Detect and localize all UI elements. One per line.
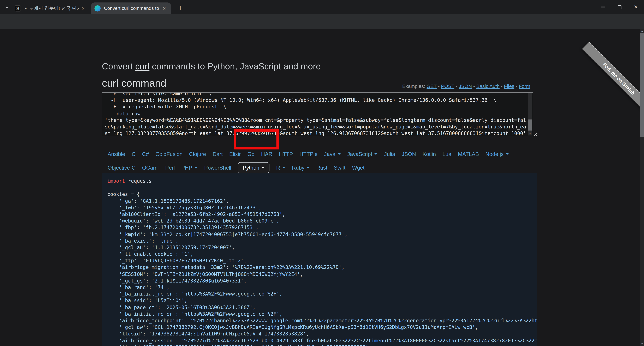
- tab-close-icon[interactable]: ×: [161, 5, 168, 11]
- window-scrollbar[interactable]: ▲ ▼: [640, 29, 644, 346]
- lang-http[interactable]: HTTP: [279, 151, 293, 157]
- minimize-button[interactable]: [595, 0, 611, 14]
- github-fork-ribbon[interactable]: Fork me on GitHub: [582, 42, 640, 116]
- lang-rust[interactable]: Rust: [316, 164, 327, 171]
- lang-label: Objective-C: [108, 164, 136, 171]
- python-plain: :: [146, 324, 152, 330]
- lang-javascript[interactable]: JavaScript: [347, 151, 378, 157]
- python-string: '_ga': [119, 198, 134, 204]
- code-line: '_ga': 'GA1.1.1898170485.1721467162',: [107, 198, 537, 204]
- lang-har[interactable]: HAR: [261, 151, 272, 157]
- lang-ocaml[interactable]: OCaml: [142, 164, 159, 171]
- maximize-button[interactable]: [611, 0, 628, 14]
- lang-objective-c[interactable]: Objective-C: [108, 164, 136, 171]
- python-string: 'true': [158, 238, 176, 244]
- new-tab-button[interactable]: +: [175, 3, 186, 13]
- lang-label: Ansible: [108, 151, 125, 157]
- lang-ruby[interactable]: Ruby: [292, 164, 310, 171]
- examples-separator: -: [436, 83, 441, 89]
- python-string: '195vSxmVLZT7agyK3IgJ80Z.1721467162473': [143, 205, 258, 211]
- lang-perl[interactable]: Perl: [165, 164, 175, 171]
- python-string: 'fb.2.1747204006732.35139143579267153': [143, 225, 256, 230]
- scroll-up-arrow-icon[interactable]: ▲: [640, 29, 644, 33]
- python-string: '_fbp': [119, 225, 137, 230]
- lang-powershell[interactable]: PowerShell: [204, 164, 231, 171]
- scroll-down-arrow-icon[interactable]: ▼: [528, 131, 532, 135]
- python-plain: :: [176, 311, 182, 317]
- page-content: Convert curl commands to Python, JavaScr…: [0, 29, 640, 346]
- close-button[interactable]: ✕: [628, 0, 644, 14]
- python-plain: [107, 258, 119, 264]
- curl-link[interactable]: curl: [135, 62, 150, 71]
- textarea-resize-grip[interactable]: [533, 131, 537, 136]
- lang-julia[interactable]: Julia: [384, 151, 395, 157]
- lang-go[interactable]: Go: [247, 151, 254, 157]
- lang-python[interactable]: Python: [238, 162, 270, 173]
- lang-swift[interactable]: Swift: [334, 164, 346, 171]
- python-plain: ,: [368, 344, 371, 346]
- example-link-basic-auth[interactable]: Basic Auth: [476, 83, 500, 89]
- examples-separator: -: [472, 83, 476, 89]
- lang-httpie[interactable]: HTTPie: [300, 151, 318, 157]
- textarea-scrollbar-thumb[interactable]: [528, 119, 532, 130]
- tab-title: 지도에서 한눈에! 전국 단기임...: [24, 5, 80, 11]
- example-link-post[interactable]: POST: [441, 83, 454, 89]
- python-string: '%7B%22version%22%3A%221.10.69%22%7D': [232, 265, 342, 270]
- lang-java[interactable]: Java: [324, 151, 341, 157]
- tab-search-button[interactable]: [3, 4, 11, 11]
- curl-command-heading: curl command: [102, 77, 166, 89]
- curl-input-textarea[interactable]: -H 'sec-fetch-site: same-origin' \ -H 'u…: [102, 92, 533, 136]
- python-plain: :: [143, 231, 149, 237]
- window-scrollbar-thumb[interactable]: [640, 33, 644, 137]
- python-plain: ,: [232, 245, 235, 250]
- python-string: '_gcl_aw': [119, 324, 146, 330]
- python-string: '_ba_initial_refer': [119, 291, 176, 297]
- textarea-scrollbar[interactable]: ▲ ▼: [528, 93, 532, 135]
- python-plain: [107, 265, 119, 270]
- lang-lua[interactable]: Lua: [442, 151, 452, 157]
- lang-json[interactable]: JSON: [402, 151, 416, 157]
- lang-kotlin[interactable]: Kotlin: [422, 151, 436, 157]
- python-string: '1': [181, 251, 190, 257]
- lang-php[interactable]: PHP: [181, 164, 198, 171]
- python-plain: ,: [282, 211, 285, 217]
- lang-label: Wget: [352, 164, 364, 171]
- lang-label: Julia: [384, 151, 395, 157]
- example-link-files[interactable]: Files: [504, 83, 514, 89]
- lang-elixir[interactable]: Elixir: [229, 151, 241, 157]
- lang-coldfusion[interactable]: ColdFusion: [156, 151, 183, 157]
- python-string: '2025-05-16T08%3A06%3A21.380Z': [164, 305, 252, 310]
- tab-close-icon[interactable]: ×: [80, 5, 86, 11]
- lang-dart[interactable]: Dart: [212, 151, 222, 157]
- python-plain: [107, 331, 119, 337]
- code-line: 'airbridge_session': '%7B%22id%22%3A%22a…: [107, 337, 537, 344]
- example-link-json[interactable]: JSON: [459, 83, 472, 89]
- scroll-up-arrow-icon[interactable]: ▲: [528, 93, 532, 98]
- example-link-get[interactable]: GET: [427, 83, 437, 89]
- python-plain: ,: [344, 231, 348, 237]
- tab-favicon-33-icon: 33: [15, 5, 21, 11]
- lang-clojure[interactable]: Clojure: [189, 151, 206, 157]
- curl-input-text: -H 'sec-fetch-site: same-origin' \ -H 'u…: [102, 92, 533, 136]
- lang-ansible[interactable]: Ansible: [108, 151, 125, 157]
- lang-r[interactable]: R: [276, 164, 286, 171]
- scroll-down-arrow-icon[interactable]: ▼: [640, 342, 644, 346]
- python-plain: ,: [279, 291, 282, 297]
- python-plain: :: [134, 198, 140, 204]
- example-link-form[interactable]: Form: [519, 83, 530, 89]
- python-plain: [107, 245, 119, 250]
- tab-curlconverter[interactable]: Convert curl commands to co... ×: [91, 2, 171, 14]
- tab-favicon-curl-icon: [94, 5, 100, 11]
- code-line: 'airbridge_migration_metadata__33m2': '%…: [107, 264, 537, 271]
- code-line: '_gcl_au': '1.1.2135120759.1747204007',: [107, 244, 537, 251]
- tab-33m2[interactable]: 33 지도에서 한눈에! 전국 단기임... ×: [12, 2, 90, 14]
- tab-title: Convert curl commands to co...: [104, 6, 160, 11]
- lang-c[interactable]: C: [132, 151, 136, 157]
- lang-c[interactable]: C#: [142, 151, 149, 157]
- lang-node-js[interactable]: Node.js: [486, 151, 509, 157]
- lang-matlab[interactable]: MATLAB: [458, 151, 479, 157]
- python-plain: [107, 285, 119, 290]
- python-string: 'airbridge_session': [119, 338, 176, 343]
- python-string: '_ba_ssid': [119, 298, 149, 304]
- lang-wget[interactable]: Wget: [352, 164, 364, 171]
